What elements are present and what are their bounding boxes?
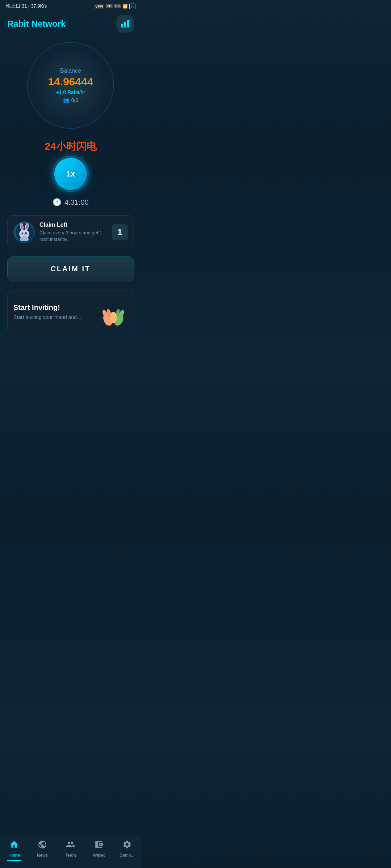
svg-point-14 (26, 233, 27, 233)
claim-desc: Claim every 3 hours and get 1 rabit inst… (39, 230, 108, 243)
flash-title: 24小时闪电 (45, 140, 96, 153)
claim-info: Claim Left Claim every 3 hours and get 1… (39, 222, 108, 243)
rabit-avatar (13, 221, 35, 243)
balance-team: 👥 0/0 (63, 97, 78, 103)
app-title: Rabit Network (7, 19, 66, 29)
flash-section: 24小时闪电 1x (0, 136, 141, 192)
team-count: 0/0 (71, 97, 78, 103)
timer-section: 🕐 4:31:00 (0, 192, 141, 212)
balance-label: Balance (60, 68, 81, 74)
balance-section: Balance 14.96444 +1.0 Rabit/hr 👥 0/0 (0, 38, 141, 136)
chart-button[interactable] (117, 15, 134, 33)
claim-card: Claim Left Claim every 3 hours and get 1… (7, 215, 134, 249)
status-bar: 晚上11:31 | 37.9K/s VPN HD HD 📶 15 (0, 0, 141, 11)
rabit-illustration (15, 223, 33, 241)
hd-badge-1: HD (106, 4, 113, 8)
multiplier-button[interactable]: 1x (54, 158, 87, 190)
balance-circle: Balance 14.96444 +1.0 Rabit/hr 👥 0/0 (27, 42, 114, 129)
invite-card: Start Inviting! Start Inviting your frie… (7, 290, 134, 334)
svg-rect-0 (121, 24, 123, 27)
header: Rabit Network (0, 11, 141, 38)
multiplier-text: 1x (66, 169, 75, 179)
svg-rect-2 (127, 20, 129, 27)
vpn-badge: VPN (94, 4, 104, 9)
signal-icon: 📶 (122, 4, 128, 9)
timer-value: 4:31:00 (64, 198, 89, 207)
claim-button[interactable]: CLAIM IT (7, 256, 134, 281)
hd-badge-2: HD (114, 4, 121, 8)
hands-illustration (99, 298, 128, 327)
claim-title: Claim Left (39, 222, 108, 228)
invite-image (99, 298, 128, 327)
timer-icon: 🕐 (52, 198, 62, 207)
balance-rate: +1.0 Rabit/hr (56, 89, 85, 95)
invite-title: Start Inviting! (13, 303, 99, 312)
invite-desc: Start Inviting your friend and... (13, 314, 99, 321)
svg-point-13 (22, 233, 23, 233)
balance-value: 14.96444 (48, 76, 93, 88)
svg-point-25 (110, 312, 117, 323)
claim-button-label: CLAIM IT (51, 265, 91, 273)
balance-display: Balance 14.96444 +1.0 Rabit/hr 👥 0/0 (27, 42, 114, 129)
status-time: 晚上11:31 | 37.9K/s (6, 3, 47, 9)
multiplier-container[interactable]: 1x (54, 158, 87, 190)
svg-rect-1 (124, 22, 126, 27)
claim-count: 1 (112, 224, 128, 240)
invite-text: Start Inviting! Start Inviting your frie… (13, 303, 99, 321)
team-icon: 👥 (63, 97, 69, 103)
svg-point-15 (24, 234, 25, 235)
status-icons: VPN HD HD 📶 15 (94, 4, 135, 9)
battery-icon: 15 (129, 4, 135, 9)
